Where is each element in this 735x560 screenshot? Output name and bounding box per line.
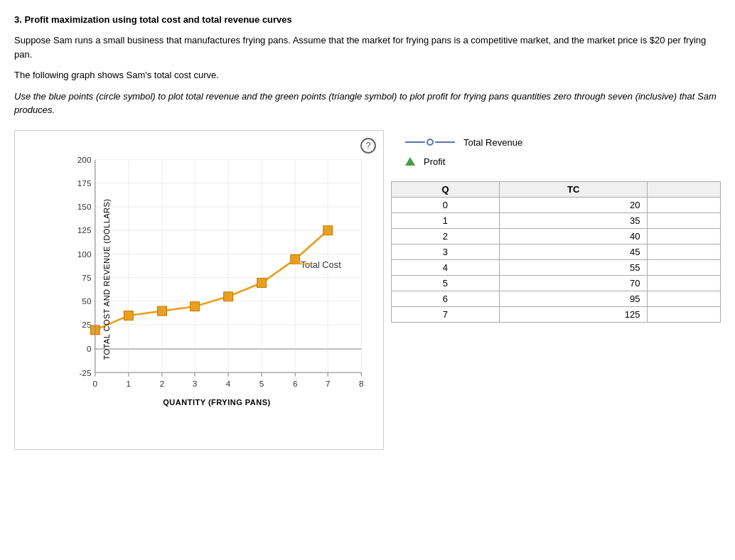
tc-point-2[interactable]	[158, 306, 167, 316]
svg-text:8: 8	[359, 378, 364, 387]
legend-item-profit: Profit	[405, 156, 707, 167]
table-row: 0 20	[392, 197, 721, 212]
profit-symbol	[405, 157, 415, 166]
cell-extra	[648, 228, 721, 244]
tr-line	[405, 141, 425, 143]
col-q-header: Q	[392, 181, 500, 197]
cell-q: 6	[392, 291, 500, 306]
svg-text:125: 125	[77, 225, 92, 235]
table-row: 7 125	[392, 306, 721, 322]
chart-container: ? TOTAL COST AND REVENUE (Dollars)	[14, 130, 384, 450]
legend-tr-label: Total Revenue	[463, 137, 522, 148]
tr-line-2	[435, 141, 455, 143]
cell-extra	[648, 275, 721, 291]
paragraph-1: Suppose Sam runs a small business that m…	[14, 33, 721, 61]
cell-extra	[648, 197, 721, 212]
cell-q: 7	[392, 306, 500, 322]
cell-extra	[648, 306, 721, 322]
svg-text:150: 150	[77, 202, 92, 211]
table-row: 1 35	[392, 212, 721, 228]
svg-text:-25: -25	[79, 367, 91, 377]
table-row: 4 55	[392, 259, 721, 275]
help-icon[interactable]: ?	[360, 138, 376, 154]
profit-triangle	[405, 157, 415, 166]
tr-circle	[426, 139, 434, 146]
y-axis-label: TOTAL COST AND REVENUE (Dollars)	[102, 198, 111, 360]
cell-q: 4	[392, 259, 500, 275]
legend-area: Total Revenue Profit	[391, 130, 721, 174]
table-row: 3 45	[392, 244, 721, 259]
tc-point-1[interactable]	[124, 311, 133, 320]
cell-tc: 45	[499, 244, 647, 259]
cell-tc: 70	[499, 275, 647, 291]
table-row: 6 95	[392, 291, 721, 306]
legend-profit-label: Profit	[424, 156, 445, 167]
tr-symbol	[405, 139, 455, 146]
svg-text:100: 100	[77, 249, 92, 258]
cell-q: 2	[392, 228, 500, 244]
data-table: Q TC 0 20 1 35 2 40 3 45 4 55 5 70 6 95	[391, 181, 721, 323]
legend-item-tr: Total Revenue	[405, 137, 707, 148]
svg-text:1: 1	[127, 378, 132, 387]
cell-extra	[648, 259, 721, 275]
svg-text:0: 0	[87, 344, 92, 353]
tc-point-4[interactable]	[224, 291, 233, 301]
svg-text:0: 0	[93, 378, 98, 387]
cell-q: 5	[392, 275, 500, 291]
section-title: 3. Profit maximization using total cost …	[14, 14, 721, 25]
tc-point-3[interactable]	[191, 301, 200, 311]
total-cost-label: Total Cost	[301, 259, 341, 269]
svg-text:2: 2	[160, 378, 165, 387]
table-row: 2 40	[392, 228, 721, 244]
svg-text:6: 6	[293, 378, 298, 387]
cell-tc: 20	[499, 197, 647, 212]
svg-text:3: 3	[193, 378, 198, 387]
paragraph-2: The following graph shows Sam's total co…	[14, 68, 721, 82]
cell-q: 1	[392, 212, 500, 228]
svg-text:4: 4	[226, 378, 231, 387]
x-axis-label: QUANTITY (Frying pans)	[65, 398, 369, 406]
right-panel: Total Revenue Profit Q TC 0 20	[391, 130, 721, 450]
cell-tc: 55	[499, 259, 647, 275]
cell-q: 3	[392, 244, 500, 259]
tc-point-5[interactable]	[257, 278, 267, 287]
cell-tc: 35	[499, 212, 647, 228]
svg-text:50: 50	[82, 296, 92, 305]
cell-tc: 125	[499, 306, 647, 322]
svg-text:5: 5	[259, 378, 264, 387]
cell-extra	[648, 212, 721, 228]
col-tc-header: TC	[499, 181, 647, 197]
paragraph-3: Use the blue points (circle symbol) to p…	[14, 90, 721, 117]
cell-extra	[648, 244, 721, 259]
svg-text:7: 7	[326, 378, 331, 387]
chart-inner: TOTAL COST AND REVENUE (Dollars)	[65, 152, 369, 406]
svg-text:175: 175	[77, 178, 92, 188]
svg-text:200: 200	[77, 154, 92, 163]
cell-extra	[648, 291, 721, 306]
chart-wrapper: ? TOTAL COST AND REVENUE (Dollars)	[14, 130, 384, 450]
tc-point-7[interactable]	[323, 225, 333, 235]
cell-tc: 40	[499, 228, 647, 244]
cell-q: 0	[392, 197, 500, 212]
svg-text:75: 75	[82, 272, 92, 281]
tc-point-6[interactable]	[291, 254, 300, 264]
content-area: ? TOTAL COST AND REVENUE (Dollars)	[14, 130, 721, 450]
col-extra-header	[648, 181, 721, 197]
table-row: 5 70	[392, 275, 721, 291]
cell-tc: 95	[499, 291, 647, 306]
